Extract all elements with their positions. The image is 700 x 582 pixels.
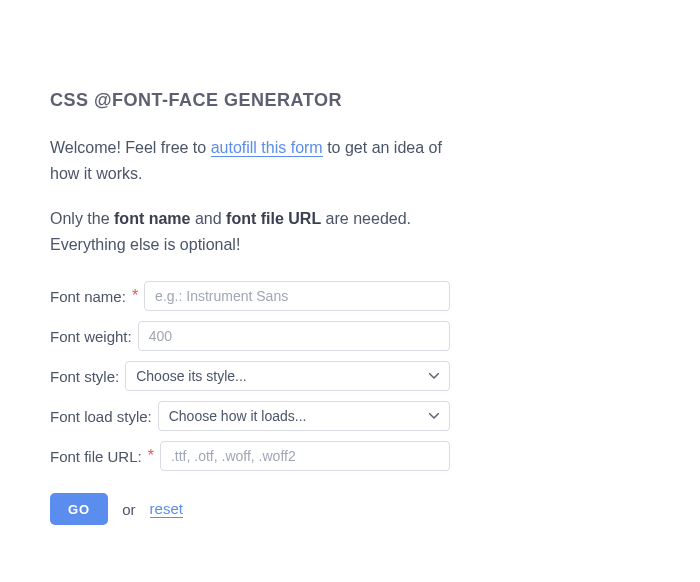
font-style-label: Font style: <box>50 368 119 385</box>
autofill-link[interactable]: autofill this form <box>211 139 323 157</box>
font-style-row: Font style: Choose its style... <box>50 361 450 391</box>
font-name-row: Font name: * <box>50 281 450 311</box>
note-b2: font file URL <box>226 210 321 227</box>
font-style-select[interactable]: Choose its style... <box>125 361 450 391</box>
font-load-select[interactable]: Choose how it loads... <box>158 401 450 431</box>
font-name-input[interactable] <box>144 281 450 311</box>
font-weight-row: Font weight: <box>50 321 450 351</box>
intro-text: Welcome! Feel free to autofill this form… <box>50 135 450 186</box>
page-title: CSS @FONT-FACE GENERATOR <box>50 90 450 111</box>
required-marker: * <box>148 447 154 465</box>
font-url-input[interactable] <box>160 441 450 471</box>
note-p2: and <box>190 210 226 227</box>
font-weight-label: Font weight: <box>50 328 132 345</box>
font-weight-input[interactable] <box>138 321 450 351</box>
reset-link[interactable]: reset <box>150 500 183 518</box>
form-actions: GO or reset <box>50 493 450 525</box>
font-face-form: Font name: * Font weight: Font style: Ch… <box>50 281 450 525</box>
or-text: or <box>122 501 135 518</box>
font-url-label: Font file URL: <box>50 448 142 465</box>
font-load-label: Font load style: <box>50 408 152 425</box>
note-b1: font name <box>114 210 190 227</box>
font-load-row: Font load style: Choose how it loads... <box>50 401 450 431</box>
note-text: Only the font name and font file URL are… <box>50 206 450 257</box>
note-p1: Only the <box>50 210 114 227</box>
required-marker: * <box>132 287 138 305</box>
go-button[interactable]: GO <box>50 493 108 525</box>
intro-pre: Welcome! Feel free to <box>50 139 211 156</box>
font-name-label: Font name: <box>50 288 126 305</box>
font-url-row: Font file URL: * <box>50 441 450 471</box>
